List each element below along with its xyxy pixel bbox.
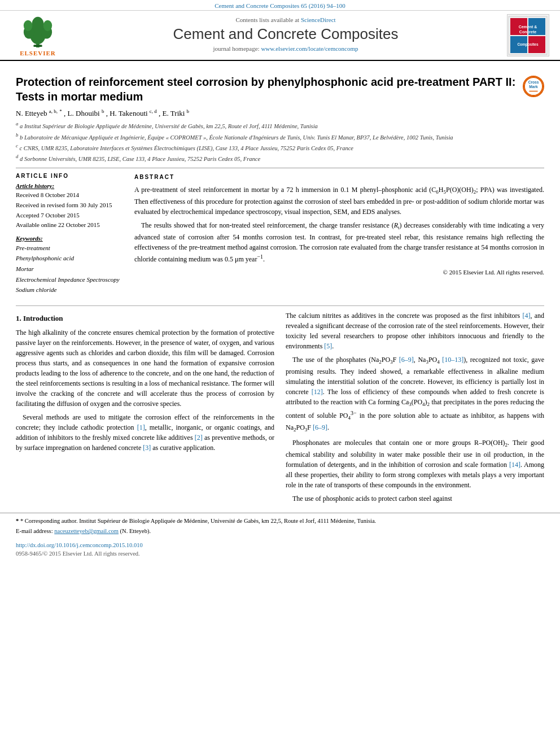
abstract-title: ABSTRACT <box>134 173 544 181</box>
takenouti-affil: c, d <box>150 108 157 114</box>
received-date: Received 8 October 2014 <box>16 190 123 200</box>
received-revised-date: Received in revised form 30 July 2015 <box>16 200 123 211</box>
ref-14[interactable]: [14] <box>509 461 520 469</box>
body-columns: 1. Introduction The high alkalinity of t… <box>16 311 544 506</box>
authors-line: N. Etteyeb a, b, * , L. Dhouibi b , H. T… <box>16 108 544 118</box>
journal-logo-area: Cement & Concrete Composites <box>502 14 553 56</box>
elsevier-tree-icon <box>18 15 58 49</box>
divider-1 <box>16 168 544 168</box>
available-date: Available online 22 October 2015 <box>16 220 123 230</box>
affiliation-b: b b Laboratoire de Mécanique Appliquée e… <box>16 132 544 142</box>
ref-6-9-2[interactable]: [6–9] <box>313 423 327 431</box>
divider-2 <box>16 305 544 306</box>
etteyeb-star: * <box>59 108 62 114</box>
body-col-left: 1. Introduction The high alkalinity of t… <box>16 311 274 506</box>
ref-12[interactable]: [12] <box>312 388 323 396</box>
author-separator2: , H. Takenouti <box>106 109 148 117</box>
sciencedirect-line: Contents lists available at ScienceDirec… <box>69 16 502 23</box>
elsevier-logo: ELSEVIER <box>18 15 58 56</box>
keyword-1: Pre-treatment <box>16 243 123 254</box>
affiliation-d: d d Sorbonne Universités, UMR 8235, LISE… <box>16 153 544 163</box>
keyword-5: Sodium chloride <box>16 285 123 295</box>
email-person: (N. Etteyeb). <box>120 528 151 534</box>
bottom-copyright: 0958-9465/© 2015 Elsevier Ltd. All right… <box>0 551 560 561</box>
keywords-label: Keywords: <box>16 235 123 242</box>
email-link[interactable]: naceuzetteyeb@gmail.com <box>54 528 119 534</box>
svg-text:Cross: Cross <box>528 80 539 84</box>
body-para-1: The high alkalinity of the concrete ensu… <box>16 327 274 409</box>
body-para-6: The use of phosphonic acids to protect c… <box>286 493 544 504</box>
elsevier-logo-area: ELSEVIER <box>7 14 69 56</box>
crossmark-badge[interactable]: Cross Mark <box>523 76 544 97</box>
svg-text:Concrete: Concrete <box>519 30 536 34</box>
abstract-para1: A pre-treatment of steel reinforcement i… <box>134 185 544 217</box>
abstract-copyright: © 2015 Elsevier Ltd. All rights reserved… <box>134 268 544 277</box>
body-para-5: Phosphonates are molecules that contain … <box>286 438 544 490</box>
ref-6-9[interactable]: [6–9] <box>399 356 414 364</box>
svg-text:Mark: Mark <box>529 85 538 89</box>
section1-heading: 1. Introduction <box>16 313 274 324</box>
journal-logo-box: Cement & Concrete Composites <box>507 14 549 56</box>
article-dates: Received 8 October 2014 Received in revi… <box>16 190 123 230</box>
journal-header: ELSEVIER Contents lists available at Sci… <box>0 11 560 61</box>
svg-rect-7 <box>33 45 42 47</box>
sciencedirect-link[interactable]: ScienceDirect <box>301 16 336 23</box>
author-etteyeb: N. Etteyeb <box>16 109 47 117</box>
keyword-3: Mortar <box>16 264 123 274</box>
affiliation-a: a a Institut Supérieur de Biologie Appli… <box>16 120 544 130</box>
footnote-email-line: E-mail address: naceuzetteyeb@gmail.com … <box>16 527 544 536</box>
email-label: E-mail address: <box>16 528 53 534</box>
svg-text:Composites: Composites <box>517 42 539 47</box>
body-area: 1. Introduction The high alkalinity of t… <box>0 311 560 512</box>
ccc-logo-icon: Cement & Concrete Composites <box>508 16 548 55</box>
homepage-line: journal homepage: www.elsevier.com/locat… <box>69 45 502 52</box>
article-info-panel: ARTICLE INFO Article history: Received 8… <box>16 173 123 295</box>
footnote-area: * * Corresponding author. Institut Supér… <box>0 513 560 540</box>
journal-citation: Cement and Concrete Composites 65 (2016)… <box>215 2 345 9</box>
svg-text:Cement &: Cement & <box>519 25 537 29</box>
svg-point-4 <box>32 16 43 32</box>
keywords-list: Pre-treatment Phenylphosphonic acid Mort… <box>16 243 123 295</box>
abstract-para2: The results showed that for non-treated … <box>134 220 544 264</box>
footnote-star: * <box>16 518 19 524</box>
body-para-2: Several methods are used to mitigate the… <box>16 412 274 453</box>
bottom-links: http://dx.doi.org/10.1016/j.cemconcomp.2… <box>0 540 560 551</box>
crossmark-icon: Cross Mark <box>523 76 544 97</box>
svg-point-6 <box>43 20 52 30</box>
ref-5[interactable]: [5] <box>324 342 332 350</box>
journal-info-center: Contents lists available at ScienceDirec… <box>69 14 502 56</box>
homepage-link[interactable]: www.elsevier.com/locate/cemconcomp <box>261 45 358 52</box>
ref-4[interactable]: [4] <box>522 312 530 320</box>
ref-1[interactable]: [1] <box>137 423 145 431</box>
info-columns: ARTICLE INFO Article history: Received 8… <box>16 173 544 295</box>
abstract-text: A pre-treatment of steel reinforcement i… <box>134 185 544 277</box>
body-para-4: The use of the phosphates (Na2PO3F [6–9]… <box>286 355 544 434</box>
article-title: Protection of reinforcement steel corros… <box>16 75 544 104</box>
ref-2[interactable]: [2] <box>195 434 203 442</box>
ref-3-inline[interactable]: [3] <box>143 444 151 452</box>
contents-text: Contents lists available at <box>235 16 300 23</box>
elsevier-text: ELSEVIER <box>20 50 56 56</box>
keyword-4: Electrochemical Impedance Spectroscopy <box>16 274 123 285</box>
footnote-text: * Corresponding author. Institut Supérie… <box>20 518 376 524</box>
article-history-label: Article history: <box>16 182 123 189</box>
triki-affil: b <box>187 108 190 114</box>
homepage-text: journal homepage: <box>213 45 261 52</box>
abstract-panel: ABSTRACT A pre-treatment of steel reinfo… <box>134 173 544 295</box>
footnote-corresponding: * * Corresponding author. Institut Supér… <box>16 517 544 526</box>
author-separator1: , L. Dhouibi <box>64 109 100 117</box>
article-area: Cross Mark Protection of reinforcement s… <box>0 61 560 301</box>
author-separator3: , E. Triki <box>159 109 185 117</box>
etteyeb-affil: a, b, <box>49 108 58 114</box>
dhouibi-affil: b <box>102 108 104 114</box>
ref-10-13[interactable]: [10–13] <box>442 356 463 364</box>
journal-citation-bar: Cement and Concrete Composites 65 (2016)… <box>0 0 560 11</box>
body-col-right: The calcium nitrites as additives in the… <box>286 311 544 506</box>
article-info-title: ARTICLE INFO <box>16 173 123 179</box>
affiliation-c: c c CNRS, UMR 8235, Laboratoire Interfac… <box>16 142 544 152</box>
affiliations: a a Institut Supérieur de Biologie Appli… <box>16 120 544 163</box>
body-para-3: The calcium nitrites as additives in the… <box>286 311 544 351</box>
doi-link[interactable]: http://dx.doi.org/10.1016/j.cemconcomp.2… <box>16 542 143 548</box>
keyword-2: Phenylphosphonic acid <box>16 253 123 264</box>
accepted-date: Accepted 7 October 2015 <box>16 211 123 221</box>
